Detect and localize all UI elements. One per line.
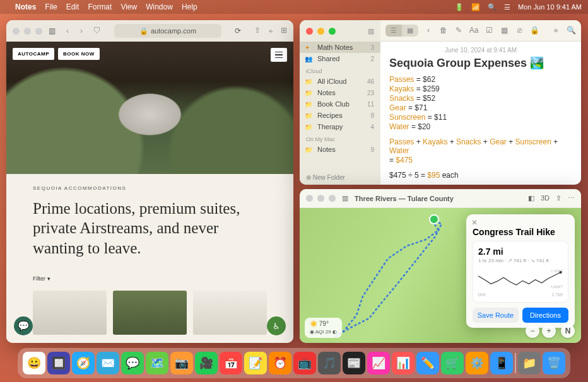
folder-local-notes[interactable]: 📁Notes9 bbox=[300, 144, 380, 155]
dock-app-11[interactable]: 📺 bbox=[293, 352, 316, 374]
folder-shared[interactable]: 👥Shared2 bbox=[300, 53, 380, 64]
notes-window: ▥ ✦Math Notes3 👥Shared2 iCloud 📁All iClo… bbox=[300, 20, 581, 185]
close-icon[interactable]: ✕ bbox=[471, 218, 478, 227]
lock-icon[interactable]: 🔒 bbox=[529, 26, 539, 35]
dock-app-9[interactable]: 📝 bbox=[244, 352, 267, 374]
folder-therapy[interactable]: 📁Therapy4 bbox=[300, 121, 380, 132]
dock-app-7[interactable]: 🎥 bbox=[195, 352, 218, 374]
filter-dropdown[interactable]: Filter ▾ bbox=[33, 275, 267, 282]
sidebar-icon[interactable]: ▥ bbox=[49, 26, 56, 35]
weather-badge[interactable]: ☀️ 79° ◉ AQI 29 ◐ bbox=[305, 318, 342, 338]
zoom-out-button[interactable]: − bbox=[526, 324, 539, 338]
zoom-in-button[interactable]: + bbox=[542, 324, 556, 338]
menubar-item-window[interactable]: Window bbox=[146, 3, 173, 11]
note-date: June 10, 2024 at 9:41 AM bbox=[389, 47, 572, 54]
menubar-item-format[interactable]: Format bbox=[88, 3, 112, 11]
more-icon[interactable]: » bbox=[551, 26, 561, 35]
menubar-app-name[interactable]: Notes bbox=[15, 3, 36, 11]
search-icon[interactable]: 🔍 bbox=[566, 26, 576, 35]
lock-icon: 🔒 bbox=[139, 27, 148, 35]
back-button[interactable]: ‹ bbox=[62, 26, 73, 35]
route-distance: 2.7 mi bbox=[478, 246, 563, 257]
dock-app-20[interactable]: 📁 bbox=[518, 352, 541, 374]
menubar-datetime[interactable]: Mon Jun 10 9:41 AM bbox=[518, 3, 582, 11]
dock-app-6[interactable]: 📷 bbox=[170, 352, 193, 374]
folder-recipes[interactable]: 📁Recipes8 bbox=[300, 110, 380, 121]
folder-all-icloud[interactable]: 📁All iCloud46 bbox=[300, 76, 380, 87]
dock-app-8[interactable]: 📅 bbox=[220, 352, 242, 374]
menubar-item-help[interactable]: Help bbox=[182, 3, 197, 11]
dock-app-17[interactable]: 🛒 bbox=[441, 352, 464, 374]
search-icon[interactable]: 🔍 bbox=[488, 3, 497, 11]
dock-app-2[interactable]: 🧭 bbox=[72, 352, 95, 374]
dock-app-18[interactable]: ⚙️ bbox=[466, 352, 488, 374]
shield-icon[interactable]: ⛉ bbox=[93, 26, 101, 35]
note-body[interactable]: Passes = $62Kayaks = $259Snacks = $52Gea… bbox=[389, 75, 572, 131]
notes-traffic-lights[interactable] bbox=[306, 28, 336, 35]
share-icon[interactable]: ⇪ bbox=[254, 26, 261, 37]
compass-button[interactable]: N bbox=[561, 324, 575, 338]
compose-icon[interactable]: ✎ bbox=[454, 26, 464, 35]
dock-app-3[interactable]: ✉️ bbox=[97, 352, 119, 374]
back-icon[interactable]: ‹ bbox=[423, 26, 433, 35]
dock-app-21[interactable]: 🗑️ bbox=[543, 352, 565, 374]
thumb-1[interactable] bbox=[33, 291, 107, 335]
control-center-icon[interactable]: ☰ bbox=[504, 3, 510, 11]
menubar-item-file[interactable]: File bbox=[45, 3, 57, 11]
dock-app-4[interactable]: 💬 bbox=[121, 352, 144, 374]
media-icon[interactable]: ⎚ bbox=[514, 26, 524, 35]
safari-traffic-lights[interactable] bbox=[13, 28, 42, 35]
notes-sidebar-icon[interactable]: ▥ bbox=[368, 27, 374, 35]
dock-app-14[interactable]: 📈 bbox=[367, 352, 390, 374]
tabs-icon[interactable]: ⊞ bbox=[281, 26, 287, 37]
dock-app-10[interactable]: ⏰ bbox=[269, 352, 291, 374]
dock-app-15[interactable]: 📊 bbox=[392, 352, 415, 374]
menubar-item-view[interactable]: View bbox=[121, 3, 137, 11]
reload-icon[interactable]: ⟳ bbox=[235, 26, 241, 35]
folder-book-club[interactable]: 📁Book Club11 bbox=[300, 98, 380, 110]
maps-window: ▥ Three Rivers — Tulare County ◧ 3D ⇪ ⋯ … bbox=[300, 189, 581, 343]
address-url: autocamp.com bbox=[151, 27, 196, 35]
svg-point-0 bbox=[430, 215, 438, 224]
sidebar-header-icloud: iCloud bbox=[300, 64, 380, 76]
note-title[interactable]: Sequoia Group Expenses 🏞️ bbox=[389, 56, 572, 70]
map-more-icon[interactable]: ⋯ bbox=[568, 194, 575, 202]
dock-app-5[interactable]: 🗺️ bbox=[146, 352, 168, 374]
folder-notes[interactable]: 📁Notes23 bbox=[300, 87, 380, 98]
table-icon[interactable]: ▦ bbox=[499, 26, 509, 35]
menubar-item-edit[interactable]: Edit bbox=[66, 3, 79, 11]
dock-app-16[interactable]: ✏️ bbox=[416, 352, 439, 374]
dock-app-1[interactable]: 🔲 bbox=[47, 352, 70, 374]
dock-app-13[interactable]: 📰 bbox=[343, 352, 365, 374]
note-sum-expr[interactable]: Passes + Kayaks + Snacks + Gear + Sunscr… bbox=[389, 137, 572, 155]
address-bar[interactable]: 🔒 autocamp.com bbox=[114, 24, 221, 38]
checklist-icon[interactable]: ☑ bbox=[484, 26, 494, 35]
dock-app-12[interactable]: 🎵 bbox=[318, 352, 341, 374]
maps-traffic-lights[interactable] bbox=[306, 195, 336, 202]
new-tab-icon[interactable]: ＋ bbox=[267, 26, 274, 37]
trash-icon[interactable]: 🗑 bbox=[438, 26, 449, 35]
chat-fab[interactable]: 💬 bbox=[14, 316, 33, 335]
dock-app-19[interactable]: 📱 bbox=[490, 352, 513, 374]
book-now-button[interactable]: BOOK NOW bbox=[58, 48, 100, 60]
map-share-icon[interactable]: ⇪ bbox=[556, 194, 562, 202]
accessibility-fab[interactable]: ♿︎ bbox=[267, 316, 286, 335]
save-route-button[interactable]: Save Route bbox=[473, 308, 519, 323]
maps-sidebar-icon[interactable]: ▥ bbox=[342, 194, 348, 202]
folder-math-notes[interactable]: ✦Math Notes3 bbox=[300, 42, 380, 53]
dock-app-0[interactable]: 😀 bbox=[23, 352, 45, 374]
hamburger-menu[interactable] bbox=[271, 48, 287, 62]
thumb-2[interactable] bbox=[113, 291, 187, 335]
directions-button[interactable]: Directions bbox=[522, 308, 568, 323]
map-3d-icon[interactable]: 3D bbox=[541, 194, 550, 202]
elevation-chart: 7,100FT 6,800FT bbox=[478, 266, 563, 291]
format-icon[interactable]: Aa bbox=[469, 26, 479, 35]
logo-pill[interactable]: AUTOCAMP bbox=[13, 48, 54, 60]
view-toggle[interactable]: ☰▦ bbox=[385, 25, 418, 37]
forward-button[interactable]: › bbox=[76, 26, 87, 35]
wifi-icon[interactable]: 📶 bbox=[471, 3, 480, 11]
thumb-3[interactable] bbox=[193, 291, 267, 335]
map-mode-icon[interactable]: ◧ bbox=[528, 194, 534, 202]
battery-icon[interactable]: 🔋 bbox=[455, 3, 464, 11]
new-folder-button[interactable]: ⊕ New Folder bbox=[300, 170, 380, 185]
